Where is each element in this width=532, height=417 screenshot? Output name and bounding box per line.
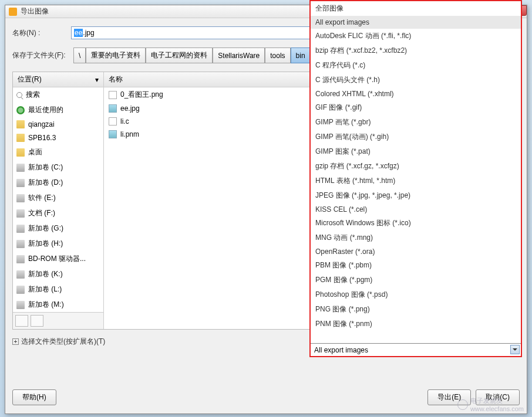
breadcrumb-buttons: \重要的电子资料电子工程网的资料StellarisWaretoolsbin — [73, 48, 311, 63]
folder-icon — [16, 120, 25, 128]
breadcrumb-segment[interactable]: bin — [291, 48, 311, 63]
app-icon — [9, 8, 17, 16]
filetype-option[interactable]: GIMP 画笔(动画) (*.gih) — [311, 130, 521, 144]
breadcrumb-segment[interactable]: tools — [265, 48, 290, 63]
places-item[interactable]: 文档 (F:) — [13, 206, 103, 221]
file-icon — [109, 91, 117, 99]
places-item-label: 新加卷 (H:) — [28, 239, 63, 249]
places-item-label: 新加卷 (D:) — [28, 178, 63, 188]
watermark-text-2: www.elecfans.com — [470, 405, 524, 412]
watermark-text-1: 电子发烧友 — [470, 396, 524, 405]
places-toolbar — [13, 312, 103, 329]
places-item[interactable]: 软件 (E:) — [13, 191, 103, 206]
drive-icon — [16, 255, 25, 263]
filetype-option[interactable]: C 源代码头文件 (*.h) — [311, 73, 521, 87]
places-item[interactable]: 新加卷 (D:) — [13, 175, 103, 191]
places-item[interactable]: SPB16.3 — [13, 131, 103, 145]
filetype-option[interactable]: GIF 图像 (*.gif) — [311, 100, 521, 115]
drive-icon — [16, 194, 25, 202]
places-pane: 位置(R) ▾ 搜索最近使用的qiangzaiSPB16.3桌面新加卷 (C:)… — [13, 72, 104, 329]
places-item-label: BD-ROM 驱动器... — [28, 254, 86, 264]
places-item[interactable]: BD-ROM 驱动器... — [13, 252, 103, 267]
filetype-option[interactable]: KISS CEL (*.cel) — [311, 203, 521, 216]
dialog-buttons: 帮助(H) 导出(E) 取消(C) — [12, 389, 520, 405]
breadcrumb-segment[interactable]: StellarisWare — [213, 48, 265, 63]
filetype-option[interactable]: PNM 图像 (*.pnm) — [311, 317, 521, 331]
sort-indicator-icon: ▾ — [95, 76, 99, 84]
filetype-option[interactable]: GIMP 画笔 (*.gbr) — [311, 115, 521, 130]
filetype-option[interactable]: PBM 图像 (*.pbm) — [311, 258, 521, 273]
filetype-option[interactable]: PGM 图像 (*.pgm) — [311, 273, 521, 287]
file-item-label: ee.jpg — [120, 104, 140, 113]
help-button[interactable]: 帮助(H) — [12, 389, 56, 405]
places-item[interactable]: 搜索 — [13, 87, 103, 103]
places-item-label: 软件 (E:) — [28, 193, 56, 203]
filetype-option[interactable]: gzip 存档 (*.xcf.gz, *.xcfgz) — [311, 159, 521, 174]
folder-icon — [16, 134, 25, 142]
places-item[interactable]: 新加卷 (C:) — [13, 160, 103, 175]
places-item[interactable]: 新加卷 (K:) — [13, 267, 103, 282]
filetype-option[interactable]: MNG 动画 (*.mng) — [311, 230, 521, 245]
filetype-option[interactable]: Colored XHTML (*.xhtml) — [311, 87, 521, 100]
file-item-label: 0_看图王.png — [120, 90, 163, 100]
file-item-label: li.pnm — [120, 130, 139, 138]
remove-bookmark-button[interactable] — [31, 315, 43, 327]
filetype-option[interactable]: HTML 表格 (*.html, *.htm) — [311, 174, 521, 188]
filetype-option[interactable]: 全部图像 — [311, 1, 521, 16]
places-item[interactable]: 最近使用的 — [13, 103, 103, 118]
filetype-option[interactable]: C 程序代码 (*.c) — [311, 58, 521, 73]
places-item[interactable]: 新加卷 (L:) — [13, 282, 103, 297]
filename-rest-part: .jpg — [83, 29, 94, 37]
recent-icon — [16, 106, 25, 114]
places-item-label: 桌面 — [28, 147, 42, 157]
name-label: 名称(N) : — [12, 28, 71, 38]
places-item-label: 新加卷 (G:) — [28, 223, 63, 233]
drive-icon — [16, 225, 25, 233]
add-bookmark-button[interactable] — [15, 315, 28, 327]
filetype-option[interactable]: All export images — [311, 16, 521, 29]
filetype-option[interactable]: OpenRaster (*.ora) — [311, 245, 521, 258]
dropdown-arrow-icon[interactable] — [510, 345, 520, 354]
drive-icon — [16, 240, 25, 248]
filetype-select[interactable]: All export images — [311, 343, 521, 356]
filetype-option[interactable]: Microsoft Windows 图标 (*.ico) — [311, 216, 521, 230]
drive-icon — [16, 270, 25, 279]
filetype-dropdown[interactable]: 全部图像All export imagesAutoDesk FLIC 动画 (*… — [309, 0, 522, 357]
places-item-label: 新加卷 (C:) — [28, 162, 63, 172]
breadcrumb-segment[interactable]: 电子工程网的资料 — [146, 48, 213, 63]
breadcrumb-segment[interactable]: \ — [73, 48, 86, 63]
filetype-expander-label: 选择文件类型(按扩展名)(T) — [21, 337, 105, 347]
search-icon — [16, 92, 22, 98]
drive-icon — [16, 209, 25, 218]
places-item-label: 新加卷 (L:) — [28, 284, 62, 294]
folder-icon — [16, 148, 25, 157]
places-item[interactable]: 新加卷 (H:) — [13, 236, 103, 252]
filetype-option[interactable]: PNG 图像 (*.png) — [311, 302, 521, 317]
expand-plus-icon: + — [12, 338, 19, 345]
filetype-selected-value: All export images — [314, 346, 368, 354]
filetype-dropdown-list[interactable]: 全部图像All export imagesAutoDesk FLIC 动画 (*… — [311, 1, 521, 343]
window-title: 导出图像 — [21, 6, 49, 16]
filetype-option[interactable]: JPEG 图像 (*.jpg, *.jpeg, *.jpe) — [311, 188, 521, 203]
breadcrumb-segment[interactable]: 重要的电子资料 — [86, 48, 146, 63]
places-header[interactable]: 位置(R) ▾ — [13, 72, 103, 87]
image-icon — [109, 130, 117, 138]
filetype-option[interactable]: GIMP 图案 (*.pat) — [311, 144, 521, 159]
folder-label: 保存于文件夹(F): — [12, 50, 71, 60]
places-item-label: qiangzai — [28, 120, 55, 128]
filetype-option[interactable]: AutoDesk FLIC 动画 (*.fli, *.flc) — [311, 29, 521, 43]
places-item[interactable]: qiangzai — [13, 118, 103, 131]
file-item-label: li.c — [120, 117, 129, 126]
places-item[interactable]: 桌面 — [13, 145, 103, 160]
places-header-label: 位置(R) — [18, 74, 42, 84]
places-item[interactable]: 新加卷 (M:) — [13, 297, 103, 312]
places-item[interactable]: 新加卷 (G:) — [13, 221, 103, 236]
places-item-label: 新加卷 (M:) — [28, 300, 64, 310]
places-item-label: 最近使用的 — [28, 105, 63, 115]
filename-selected-part: ee — [74, 29, 83, 37]
filetype-option[interactable]: Photoshop 图像 (*.psd) — [311, 287, 521, 302]
places-list[interactable]: 搜索最近使用的qiangzaiSPB16.3桌面新加卷 (C:)新加卷 (D:)… — [13, 87, 103, 312]
watermark-icon — [457, 399, 468, 410]
places-item-label: SPB16.3 — [28, 134, 56, 142]
filetype-option[interactable]: bzip 存档 (*.xcf.bz2, *.xcfbz2) — [311, 43, 521, 58]
